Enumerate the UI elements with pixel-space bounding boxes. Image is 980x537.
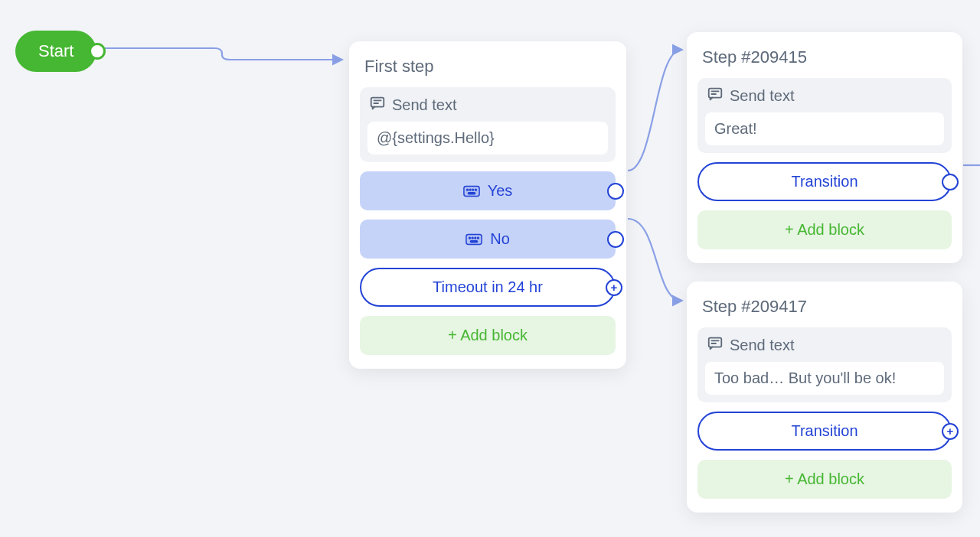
send-text-body[interactable]: Too bad… But you'll be ok! xyxy=(705,362,944,395)
send-text-body[interactable]: @{settings.Hello} xyxy=(368,122,608,155)
add-block-button[interactable]: + Add block xyxy=(697,210,952,249)
transition-output-port[interactable] xyxy=(942,423,959,440)
svg-rect-8 xyxy=(466,234,482,244)
step-card-209417[interactable]: Step #209417 Send text Too bad… But you'… xyxy=(687,282,962,513)
step-card-209415[interactable]: Step #209415 Send text Great! Transition… xyxy=(687,32,962,263)
start-node[interactable]: Start xyxy=(15,31,96,72)
send-text-header: Send text xyxy=(697,327,952,362)
send-text-label: Send text xyxy=(730,87,795,105)
svg-point-6 xyxy=(475,189,476,190)
add-block-button[interactable]: + Add block xyxy=(360,316,616,355)
step-title: First step xyxy=(364,57,612,76)
svg-point-11 xyxy=(472,237,473,239)
start-label: Start xyxy=(38,41,74,61)
quick-reply-yes-label: Yes xyxy=(488,182,513,200)
message-icon xyxy=(707,86,724,106)
transition-output-port[interactable] xyxy=(942,174,959,190)
svg-rect-7 xyxy=(468,192,475,194)
add-block-button[interactable]: + Add block xyxy=(697,460,952,499)
transition-button[interactable]: Transition xyxy=(697,162,952,201)
svg-rect-15 xyxy=(709,89,722,98)
step-title: Step #209415 xyxy=(702,47,949,67)
message-icon xyxy=(707,335,724,356)
keyboard-icon xyxy=(466,233,482,246)
send-text-body[interactable]: Great! xyxy=(705,112,944,145)
step-title: Step #209417 xyxy=(702,297,949,317)
svg-point-5 xyxy=(472,189,474,190)
canvas[interactable]: Start First step Send text @{settings.He… xyxy=(0,0,980,537)
svg-point-12 xyxy=(475,237,476,239)
message-icon xyxy=(369,95,386,116)
send-text-header: Send text xyxy=(360,87,616,122)
svg-point-4 xyxy=(469,189,471,190)
yes-output-port[interactable] xyxy=(607,183,624,200)
svg-point-10 xyxy=(469,237,471,239)
timeout-button[interactable]: Timeout in 24 hr xyxy=(360,268,616,307)
quick-reply-no[interactable]: No xyxy=(360,220,616,259)
no-output-port[interactable] xyxy=(607,231,624,248)
add-block-label: + Add block xyxy=(785,470,864,488)
send-text-label: Send text xyxy=(392,96,457,114)
send-text-block[interactable]: Send text Too bad… But you'll be ok! xyxy=(697,327,952,402)
start-output-port[interactable] xyxy=(89,43,106,60)
svg-rect-16 xyxy=(709,338,722,347)
timeout-label: Timeout in 24 hr xyxy=(433,278,543,296)
transition-label: Transition xyxy=(791,422,858,440)
send-text-block[interactable]: Send text Great! xyxy=(697,78,952,153)
timeout-output-port[interactable] xyxy=(606,279,622,296)
svg-rect-14 xyxy=(471,240,478,242)
send-text-header: Send text xyxy=(697,78,952,112)
transition-button[interactable]: Transition xyxy=(697,412,952,451)
transition-label: Transition xyxy=(791,173,858,190)
send-text-block[interactable]: Send text @{settings.Hello} xyxy=(360,87,616,162)
svg-point-3 xyxy=(466,189,468,190)
step-card-first[interactable]: First step Send text @{settings.Hello} Y… xyxy=(349,41,626,369)
quick-reply-no-label: No xyxy=(490,230,510,248)
svg-rect-1 xyxy=(464,186,479,196)
quick-reply-yes[interactable]: Yes xyxy=(360,171,616,210)
keyboard-icon xyxy=(463,185,480,197)
svg-point-13 xyxy=(478,237,479,239)
send-text-label: Send text xyxy=(730,337,795,354)
add-block-label: + Add block xyxy=(785,221,864,239)
svg-rect-0 xyxy=(371,98,384,107)
add-block-label: + Add block xyxy=(448,327,528,344)
